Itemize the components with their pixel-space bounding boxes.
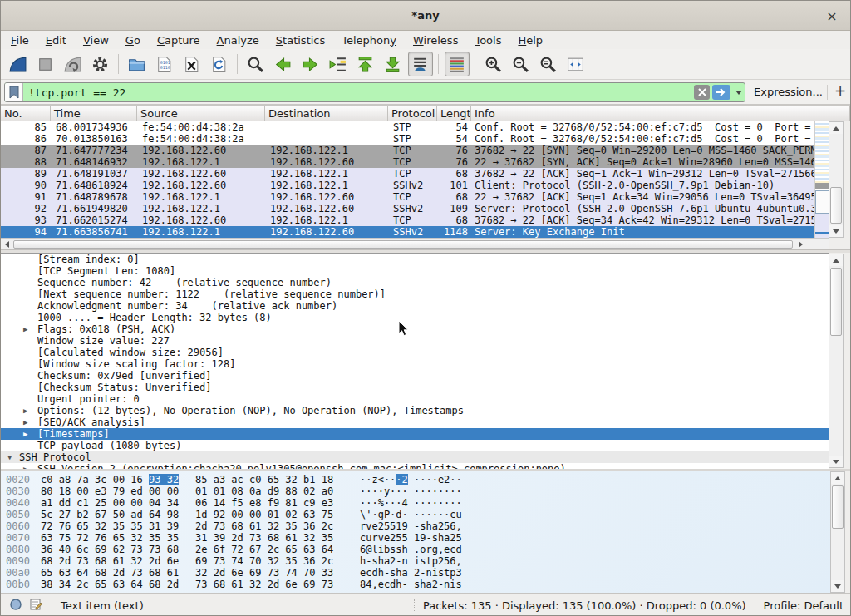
scroll-up-icon[interactable]	[829, 254, 843, 266]
detail-line[interactable]: 1000 .... = Header Length: 32 bytes (8)	[1, 312, 829, 323]
hex-row[interactable]: 0020c0 a8 7a 3c 00 16 93 3285 a3 ac c0 6…	[1, 474, 830, 485]
menu-item-capture[interactable]: Capture	[149, 32, 209, 48]
detail-line[interactable]: Sequence number: 42 (relative sequence n…	[1, 277, 829, 288]
detail-line[interactable]: Checksum: 0x79ed [unverified]	[1, 370, 829, 382]
expand-icon[interactable]: ▶	[23, 416, 27, 428]
menu-item-wireless[interactable]: Wireless	[405, 32, 466, 48]
resize-columns-button[interactable]	[563, 52, 588, 76]
scroll-up-icon[interactable]	[829, 122, 843, 134]
expand-icon[interactable]: ▶	[23, 323, 27, 335]
column-header-source[interactable]: Source	[137, 106, 265, 121]
status-profile[interactable]: Profile: Default	[764, 599, 844, 612]
colorize-button[interactable]	[445, 52, 470, 76]
menu-item-go[interactable]: Go	[117, 32, 149, 48]
zoom-in-button[interactable]	[481, 52, 506, 76]
column-header-info[interactable]: Info	[471, 106, 850, 121]
menu-item-statistics[interactable]: Statistics	[268, 32, 333, 48]
hex-row[interactable]: 00b038 34 2c 65 63 64 68 2d73 68 61 32 2…	[1, 579, 830, 590]
detail-line[interactable]: TCP payload (1080 bytes)	[1, 440, 829, 451]
menu-item-view[interactable]: View	[75, 32, 117, 48]
packet-row[interactable]: 8771.647777234192.168.122.60192.168.122.…	[1, 145, 814, 156]
capture-options-button[interactable]	[88, 52, 113, 76]
packet-row[interactable]: 8670.013850163fe:54:00:d4:38:2aSTP54Conf…	[1, 133, 814, 145]
hex-row[interactable]: 007063 75 72 76 65 32 35 3531 39 2d 73 6…	[1, 532, 830, 544]
close-icon[interactable]: ×	[824, 7, 840, 24]
capture-comment-icon[interactable]	[29, 598, 42, 614]
detail-line[interactable]: Window size value: 227	[1, 335, 829, 347]
go-to-packet-button[interactable]	[326, 52, 351, 76]
hscroll-thumb[interactable]	[13, 240, 793, 249]
detail-line[interactable]: ▶Flags: 0x018 (PSH, ACK)	[1, 323, 829, 335]
menu-item-tools[interactable]: Tools	[466, 32, 509, 48]
go-back-button[interactable]	[271, 52, 296, 76]
save-file-button[interactable]: 01010110	[152, 52, 177, 76]
column-header-no[interactable]: No.	[1, 106, 51, 121]
packet-row[interactable]: 9471.663856741192.168.122.1192.168.122.6…	[1, 226, 814, 238]
filter-clear-icon[interactable]	[694, 85, 710, 100]
hex-row[interactable]: 006072 76 65 32 35 35 31 392d 73 68 61 3…	[1, 520, 830, 532]
detail-line[interactable]: ▶Options: (12 bytes), No-Operation (NOP)…	[1, 405, 829, 416]
column-header-length[interactable]: Length	[437, 106, 471, 121]
detail-line[interactable]: [Window size scaling factor: 128]	[1, 358, 829, 370]
title-bar[interactable]: *any ×	[1, 1, 850, 31]
reload-file-button[interactable]	[207, 52, 232, 76]
scroll-thumb[interactable]	[832, 485, 844, 529]
start-capture-button[interactable]	[6, 52, 31, 76]
detail-line[interactable]: Acknowledgment number: 34 (relative ack …	[1, 300, 829, 312]
detail-line[interactable]: [Calculated window size: 29056]	[1, 347, 829, 358]
collapse-icon[interactable]: ▼	[7, 451, 12, 463]
scroll-left-icon[interactable]	[1, 239, 12, 249]
packet-list-hscrollbar[interactable]	[1, 238, 829, 249]
scroll-thumb[interactable]	[830, 187, 842, 224]
packet-row[interactable]: 8568.001734936fe:54:00:d4:38:2aSTP54Conf…	[1, 121, 814, 133]
detail-line[interactable]: ▶[Timestamps]	[1, 428, 829, 440]
packet-row[interactable]: 9071.648618924192.168.122.60192.168.122.…	[1, 180, 814, 191]
filter-value[interactable]: !tcp.port == 22	[23, 86, 694, 99]
hex-row[interactable]: 0040a1 dd c1 25 00 00 04 3406 14 f5 e8 f…	[1, 497, 830, 509]
column-header-protocol[interactable]: Protocol	[388, 106, 437, 121]
hex-row[interactable]: 009068 2d 73 68 61 32 2d 6e69 73 74 70 3…	[1, 555, 830, 567]
hex-row[interactable]: 00505c 27 b2 67 50 ad 64 981d 92 00 00 0…	[1, 509, 830, 520]
packet-row[interactable]: 8871.648146932192.168.122.1192.168.122.6…	[1, 156, 814, 168]
expand-icon[interactable]: ▶	[23, 405, 27, 416]
filter-dropdown-icon[interactable]	[733, 83, 745, 101]
scroll-right-icon[interactable]	[794, 239, 806, 249]
scroll-up-icon[interactable]	[831, 472, 844, 484]
detail-line[interactable]: [Checksum Status: Unverified]	[1, 382, 829, 393]
scroll-thumb[interactable]	[830, 268, 842, 336]
details-scrollbar[interactable]	[829, 254, 844, 468]
detail-line[interactable]: Urgent pointer: 0	[1, 393, 829, 405]
column-header-time[interactable]: Time	[51, 106, 137, 121]
hex-row[interactable]: 003080 18 00 e3 79 ed 00 0001 01 08 0a d…	[1, 485, 830, 497]
packet-row[interactable]: 9271.661949820192.168.122.1192.168.122.6…	[1, 203, 814, 214]
menu-item-file[interactable]: File	[2, 32, 37, 48]
expand-icon[interactable]: ▶	[23, 463, 27, 469]
hex-row[interactable]: 00a065 63 64 68 2d 73 68 6132 2d 6e 69 7…	[1, 567, 830, 579]
auto-scroll-button[interactable]	[408, 52, 433, 76]
go-forward-button[interactable]	[298, 52, 323, 76]
hex-row[interactable]: 008036 40 6c 69 62 73 73 682e 6f 72 67 2…	[1, 544, 830, 555]
expand-icon[interactable]: ▶	[23, 428, 27, 440]
menu-item-telephony[interactable]: Telephony	[333, 32, 405, 48]
scroll-down-icon[interactable]	[829, 225, 843, 237]
open-file-button[interactable]	[125, 52, 150, 76]
detail-line[interactable]: ▶[SEQ/ACK analysis]	[1, 416, 829, 428]
packet-row[interactable]: 8971.648191037192.168.122.60192.168.122.…	[1, 168, 814, 180]
filter-bookmark-icon[interactable]	[5, 83, 23, 101]
scroll-down-icon[interactable]	[831, 580, 844, 592]
expert-info-icon[interactable]	[9, 598, 22, 614]
menu-item-analyze[interactable]: Analyze	[209, 32, 268, 48]
close-file-button[interactable]	[180, 52, 204, 76]
find-packet-button[interactable]	[243, 52, 268, 76]
packet-row[interactable]: 9171.648789678192.168.122.1192.168.122.6…	[1, 191, 814, 203]
expression-button[interactable]: Expression...	[754, 86, 823, 98]
hex-scrollbar[interactable]	[830, 471, 845, 593]
display-filter-input[interactable]: !tcp.port == 22	[4, 82, 745, 102]
scroll-down-icon[interactable]	[829, 456, 843, 467]
stop-capture-button[interactable]	[33, 52, 58, 76]
add-filter-button[interactable]: +	[834, 82, 846, 99]
detail-line[interactable]: ▼SSH Protocol	[1, 451, 829, 463]
detail-line[interactable]: ▶SSH Version 2 (encryption:chacha20-poly…	[1, 463, 829, 469]
packet-row[interactable]: 9371.662015274192.168.122.60192.168.122.…	[1, 214, 814, 226]
zoom-reset-button[interactable]	[536, 52, 561, 76]
